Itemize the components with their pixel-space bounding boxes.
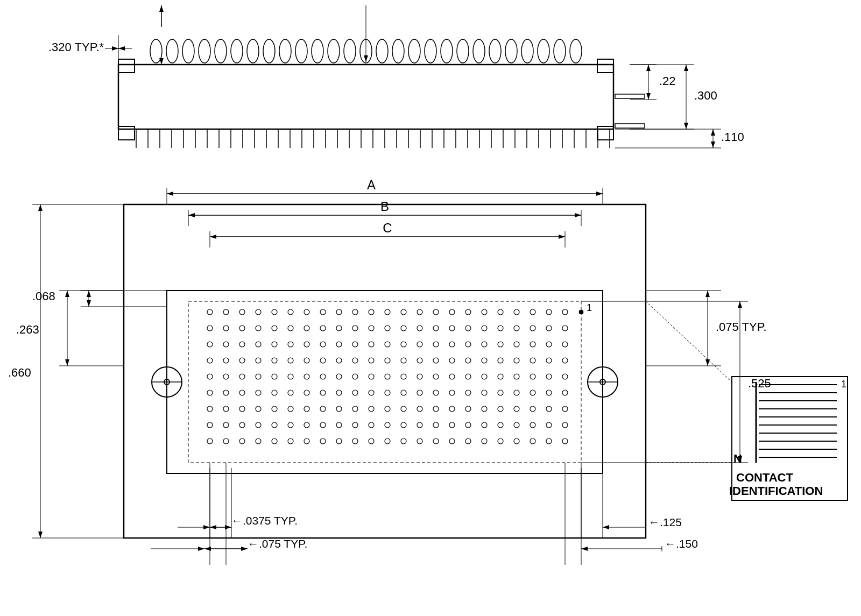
svg-point-233 xyxy=(449,390,455,395)
svg-point-280 xyxy=(465,422,471,428)
svg-point-103 xyxy=(207,309,213,315)
svg-point-195 xyxy=(207,374,213,379)
dim-22-label: .22 xyxy=(659,74,676,88)
svg-marker-330 xyxy=(559,235,565,239)
svg-point-274 xyxy=(369,422,374,428)
dim-300-label: .300 xyxy=(694,89,717,102)
svg-point-206 xyxy=(385,374,390,379)
svg-point-112 xyxy=(352,309,358,315)
svg-point-24 xyxy=(521,39,533,63)
svg-point-115 xyxy=(401,309,406,315)
svg-point-278 xyxy=(433,422,439,428)
svg-point-145 xyxy=(514,325,519,331)
svg-point-146 xyxy=(530,325,535,331)
svg-point-124 xyxy=(546,309,552,315)
svg-point-160 xyxy=(385,342,390,347)
svg-point-147 xyxy=(546,325,552,331)
svg-point-23 xyxy=(505,39,517,63)
svg-point-104 xyxy=(223,309,229,315)
svg-point-7 xyxy=(247,39,259,63)
svg-point-247 xyxy=(304,406,309,412)
svg-point-12 xyxy=(328,39,340,63)
svg-point-258 xyxy=(482,406,487,412)
svg-point-151 xyxy=(239,342,245,347)
svg-rect-74 xyxy=(615,124,645,128)
svg-point-256 xyxy=(449,406,455,412)
svg-point-273 xyxy=(352,422,358,428)
dim-125-label: ←.125 xyxy=(648,516,682,528)
technical-drawing: .320 TYP.* .22 .300 .110 xyxy=(0,0,861,616)
svg-point-249 xyxy=(336,406,342,412)
svg-marker-329 xyxy=(210,235,216,239)
svg-point-164 xyxy=(449,342,455,347)
svg-marker-97 xyxy=(711,141,715,148)
svg-marker-367 xyxy=(203,525,210,529)
svg-point-188 xyxy=(465,358,471,363)
svg-point-241 xyxy=(207,406,213,412)
svg-point-224 xyxy=(304,390,309,395)
svg-marker-96 xyxy=(711,129,715,136)
svg-point-220 xyxy=(239,390,245,395)
svg-point-246 xyxy=(288,406,293,412)
svg-point-196 xyxy=(223,374,229,379)
svg-point-264 xyxy=(207,422,213,428)
svg-point-309 xyxy=(562,438,568,444)
svg-marker-81 xyxy=(112,46,118,51)
svg-point-139 xyxy=(417,325,422,331)
svg-marker-364 xyxy=(210,525,216,529)
svg-point-266 xyxy=(239,422,245,428)
svg-point-155 xyxy=(304,342,309,347)
svg-point-141 xyxy=(449,325,455,331)
svg-point-177 xyxy=(288,358,293,363)
svg-point-170 xyxy=(546,342,552,347)
svg-point-199 xyxy=(272,374,277,379)
svg-point-22 xyxy=(489,39,501,63)
svg-point-27 xyxy=(570,39,582,63)
svg-point-262 xyxy=(546,406,552,412)
svg-marker-346 xyxy=(38,204,43,211)
svg-point-223 xyxy=(288,390,293,395)
svg-point-134 xyxy=(336,325,342,331)
svg-point-15 xyxy=(376,39,388,63)
svg-point-119 xyxy=(465,309,471,315)
svg-point-105 xyxy=(239,309,245,315)
pin-1-label-ci: 1 xyxy=(841,379,846,390)
svg-point-298 xyxy=(385,438,390,444)
svg-line-397 xyxy=(646,301,732,382)
svg-point-276 xyxy=(401,422,406,428)
svg-point-154 xyxy=(288,342,293,347)
svg-point-9 xyxy=(279,39,291,63)
svg-marker-76 xyxy=(159,58,164,65)
svg-point-217 xyxy=(562,374,568,379)
svg-point-133 xyxy=(320,325,326,331)
dim-068-label: .068 xyxy=(32,289,55,303)
svg-point-122 xyxy=(514,309,519,315)
svg-rect-101 xyxy=(167,291,603,473)
svg-point-201 xyxy=(304,374,309,379)
svg-point-185 xyxy=(417,358,422,363)
svg-point-189 xyxy=(482,358,487,363)
svg-point-137 xyxy=(385,325,390,331)
svg-point-174 xyxy=(239,358,245,363)
svg-point-253 xyxy=(401,406,406,412)
svg-point-168 xyxy=(514,342,519,347)
svg-point-272 xyxy=(336,422,342,428)
svg-point-281 xyxy=(482,422,487,428)
svg-point-292 xyxy=(288,438,293,444)
svg-point-149 xyxy=(207,342,213,347)
svg-point-131 xyxy=(288,325,293,331)
svg-point-218 xyxy=(207,390,213,395)
svg-point-8 xyxy=(263,39,275,63)
svg-marker-87 xyxy=(646,93,651,100)
svg-point-300 xyxy=(417,438,422,444)
svg-point-165 xyxy=(465,342,471,347)
svg-point-156 xyxy=(320,342,326,347)
svg-point-11 xyxy=(312,39,323,63)
svg-point-192 xyxy=(530,358,535,363)
svg-point-167 xyxy=(498,342,503,347)
svg-point-207 xyxy=(401,374,406,379)
svg-point-191 xyxy=(514,358,519,363)
svg-point-294 xyxy=(320,438,326,444)
identification-label: IDENTIFICATION xyxy=(729,484,823,498)
svg-point-106 xyxy=(256,309,261,315)
